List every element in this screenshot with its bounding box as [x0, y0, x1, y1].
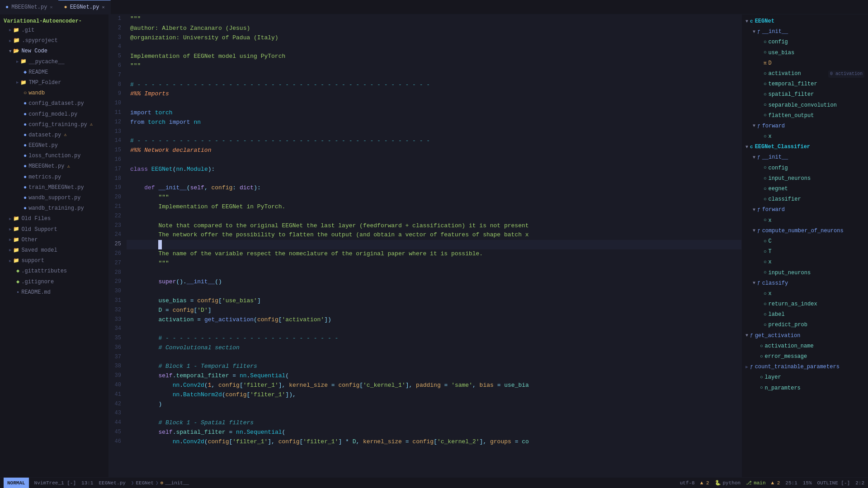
sidebar-item-readme[interactable]: ◆ README: [0, 67, 108, 78]
file-icon: ●: [24, 131, 27, 140]
sidebar-item-readme-md[interactable]: ▪ README.md: [0, 287, 108, 298]
outline-spatial-filter[interactable]: ○ spatial_filter: [742, 89, 868, 100]
sidebar-item-gitignore[interactable]: ◆ .gitignore: [0, 277, 108, 287]
outline-T[interactable]: ○ T: [742, 247, 868, 257]
outline-config2[interactable]: ○ config: [742, 163, 868, 174]
tab-eegnet[interactable]: ● EEGNet.py ✕: [58, 0, 110, 14]
tab-mbeeegnet[interactable]: ● MBEEGNet.py ✕: [0, 0, 58, 14]
status-cursor: 25:1: [785, 480, 797, 486]
outline-eegnet-var[interactable]: ○ eegnet: [742, 184, 868, 194]
outline-x4[interactable]: ○ x: [742, 289, 868, 299]
tab-close-eegnet[interactable]: ✕: [102, 5, 104, 10]
outline-C[interactable]: ○ C: [742, 236, 868, 247]
sidebar-item-old-support[interactable]: ▶ 📁 Old Support: [0, 225, 108, 235]
sidebar-item-support[interactable]: ▶ 📁 support: [0, 256, 108, 266]
outline-item-label: return_as_index: [769, 300, 817, 309]
editor[interactable]: 1 """ 2 @author: Alberto Zancanaro (Jesu…: [108, 14, 741, 477]
outline-var-icon: ○: [764, 311, 767, 319]
outline-predict-prob[interactable]: ○ predict_prob: [742, 320, 868, 330]
code-line-40: 40 nn.Conv2d(1, config['filter_1'], kern…: [108, 381, 741, 390]
outline-x3[interactable]: ○ x: [742, 257, 868, 267]
outline-eegnet-classifier[interactable]: ▼ c EEGNet_Classifier: [742, 142, 868, 152]
outline-init1[interactable]: ▼ ƒ __init__: [742, 27, 868, 37]
sidebar-item-loss[interactable]: ● loss_function.py: [0, 151, 108, 161]
sidebar-item-pycache[interactable]: ▶ 📁 __pycache__: [0, 57, 108, 67]
outline-label[interactable]: ○ label: [742, 310, 868, 320]
sidebar-item-config-dataset[interactable]: ● config_dataset.py: [0, 99, 108, 109]
folder-icon: 📁: [13, 247, 19, 255]
status-outline-label: OUTLINE [-]: [817, 480, 850, 486]
outline-use-bias[interactable]: ○ use_bias: [742, 48, 868, 58]
sidebar-item-other[interactable]: ▶ 📁 Other: [0, 235, 108, 245]
sidebar-item-spyproject[interactable]: ▶ 📁 .spyproject: [0, 36, 108, 46]
outline-item-label: predict_prob: [769, 321, 807, 329]
sidebar-item-tmp[interactable]: ▶ 📁 TMP_Folder: [0, 78, 108, 88]
outline-item-label: forward: [762, 206, 785, 214]
outline-separable-conv[interactable]: ○ separable_convolution: [742, 100, 868, 111]
outline-input-neurons1[interactable]: ○ input_neurons: [742, 174, 868, 184]
outline-x1[interactable]: ○ x: [742, 131, 868, 142]
sidebar-item-label: config_training.py: [28, 121, 87, 129]
outline-var-icon: ○: [764, 290, 767, 298]
sidebar-item-label: metrics.py: [28, 173, 61, 182]
main-container: Variational-Autoencoder- ▶ 📁 .git ▶ 📁 .s…: [0, 14, 868, 477]
sidebar-item-label: TMP_Folder: [28, 79, 61, 87]
code-line-34: 34: [108, 324, 741, 334]
outline-config1[interactable]: ○ config: [742, 37, 868, 47]
outline-forward1[interactable]: ▼ ƒ forward: [742, 121, 868, 131]
outline-count-trainable[interactable]: ▶ ƒ count_trainable_parameters: [742, 362, 868, 372]
outline-n-params[interactable]: ○ n_paramters: [742, 383, 868, 394]
sidebar-item-git[interactable]: ▶ 📁 .git: [0, 25, 108, 36]
sidebar-item-eegnet[interactable]: ● EEGNet.py: [0, 141, 108, 151]
outline-error-message[interactable]: ○ error_message: [742, 352, 868, 362]
outline-var-icon: ○: [764, 238, 767, 246]
sidebar-item-dataset[interactable]: ● dataset.py ⚠: [0, 130, 108, 141]
sidebar-item-config-training[interactable]: ● config_training.py ⚠: [0, 120, 108, 130]
sidebar-item-wandb[interactable]: ○ wandb: [0, 88, 108, 99]
file-icon: ●: [24, 99, 27, 108]
outline-layer[interactable]: ○ layer: [742, 372, 868, 383]
sidebar-item-saved-model[interactable]: ▶ 📁 Saved model: [0, 245, 108, 256]
outline-flatten[interactable]: ○ flatten_output: [742, 111, 868, 121]
outline-classify[interactable]: ▼ ƒ classify: [742, 278, 868, 289]
sidebar-item-wandb-training[interactable]: ● wandb_training.py: [0, 203, 108, 214]
warning-icon: ⚠: [90, 121, 93, 128]
sidebar-item-metrics[interactable]: ● metrics.py: [0, 172, 108, 183]
chevron-icon: ▶: [9, 237, 11, 243]
outline-classifier[interactable]: ○ classifier: [742, 194, 868, 205]
outline-item-label: EEGNet: [755, 17, 774, 26]
sidebar-item-gitattributes[interactable]: ◆ .gitattributes: [0, 266, 108, 277]
outline-activation-name[interactable]: ○ activation_name: [742, 341, 868, 352]
outline-activation[interactable]: ○ activation 0 activation: [742, 69, 868, 79]
tab-close-mbeeegnet[interactable]: ✕: [50, 5, 52, 10]
outline-temporal-filter[interactable]: ○ temporal_filter: [742, 79, 868, 89]
status-warnings: ▲ 2: [700, 480, 709, 486]
outline-return-as-index[interactable]: ○ return_as_index: [742, 299, 868, 310]
outline-input-neurons2[interactable]: ○ input_neurons: [742, 268, 868, 278]
code-line-31: 31 use_bias = config['use_bias']: [108, 296, 741, 306]
chevron-icon: ▶: [9, 27, 11, 33]
file-icon: ●: [24, 121, 27, 129]
sidebar-item-config-model[interactable]: ● config_model.py: [0, 109, 108, 120]
sidebar-item-mbeeegnet[interactable]: ● MBEEGNet.py ⚠: [0, 161, 108, 172]
outline-x2[interactable]: ○ x: [742, 216, 868, 226]
outline-item-label: layer: [765, 373, 781, 382]
code-line-44: 44 # Block 1 - Spatial filters: [108, 418, 741, 428]
file-icon: ●: [24, 141, 27, 150]
outline-init2[interactable]: ▼ ƒ __init__: [742, 152, 868, 163]
outline-compute-neurons[interactable]: ▼ ƒ compute_number_of_neurons: [742, 226, 868, 236]
sidebar-item-train[interactable]: ● train_MBEEGNet.py: [0, 183, 108, 193]
outline-class-icon: c: [750, 143, 753, 151]
outline-forward2[interactable]: ▼ ƒ forward: [742, 205, 868, 215]
outline-D[interactable]: π D: [742, 58, 868, 69]
outline-item-label: x: [769, 258, 772, 267]
outline-eegnet-class[interactable]: ▼ c EEGNet: [742, 16, 868, 27]
sidebar-item-wandb-support[interactable]: ● wandb_support.py: [0, 193, 108, 203]
outline-get-activation[interactable]: ▼ ƒ get_activation: [742, 331, 868, 341]
outline-item-label: T: [769, 248, 772, 256]
sidebar-item-old-files[interactable]: ▶ 📁 Old Files: [0, 214, 108, 224]
outline-var-icon: ○: [764, 70, 767, 78]
folder-icon: 📁: [13, 37, 20, 45]
tab-label-active: EEGNet.py: [70, 4, 99, 10]
sidebar-item-new-code[interactable]: ▼ 📂 New Code: [0, 46, 108, 56]
